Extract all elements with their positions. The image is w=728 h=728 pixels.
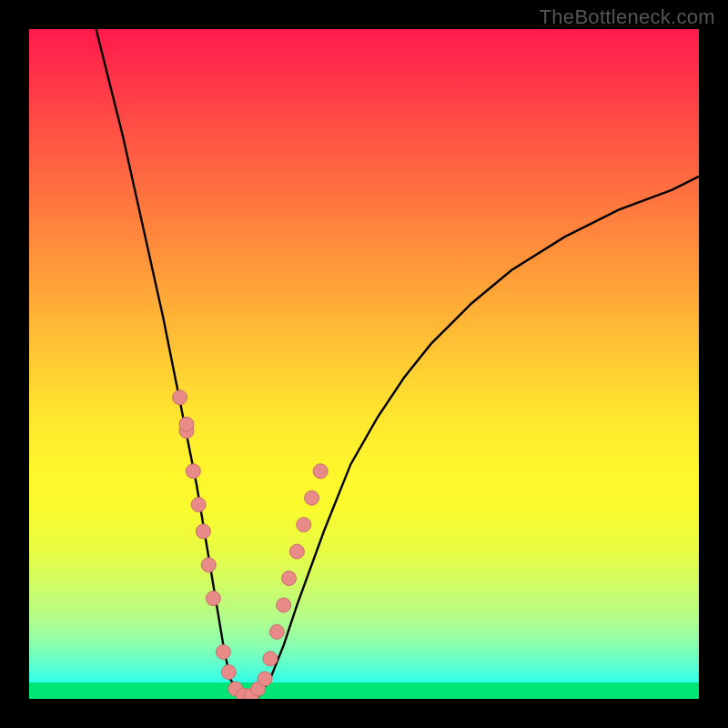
watermark-label: TheBottleneck.com	[540, 5, 715, 29]
marker-dot	[173, 390, 187, 405]
marker-dot	[221, 665, 236, 680]
marker-dot	[186, 464, 200, 479]
marker-dot	[179, 417, 194, 431]
marker-dot	[289, 544, 304, 559]
marker-dot	[263, 652, 278, 666]
marker-dot	[258, 672, 272, 686]
curve-group	[96, 29, 699, 699]
marker-dot-group	[173, 390, 329, 699]
marker-dot	[216, 644, 230, 659]
chart-svg	[29, 29, 699, 699]
outer-frame: TheBottleneck.com	[0, 0, 728, 728]
marker-dot	[313, 464, 328, 479]
marker-dot	[297, 518, 311, 532]
marker-dot	[277, 598, 291, 612]
plot-area	[29, 29, 699, 699]
marker-dot	[206, 592, 220, 606]
marker-dot	[196, 524, 210, 539]
marker-dot	[201, 558, 216, 572]
marker-dot	[191, 498, 206, 512]
bottleneck-curve	[96, 29, 699, 699]
marker-dot	[282, 571, 297, 586]
marker-dot	[305, 490, 319, 505]
marker-dot	[269, 624, 284, 639]
